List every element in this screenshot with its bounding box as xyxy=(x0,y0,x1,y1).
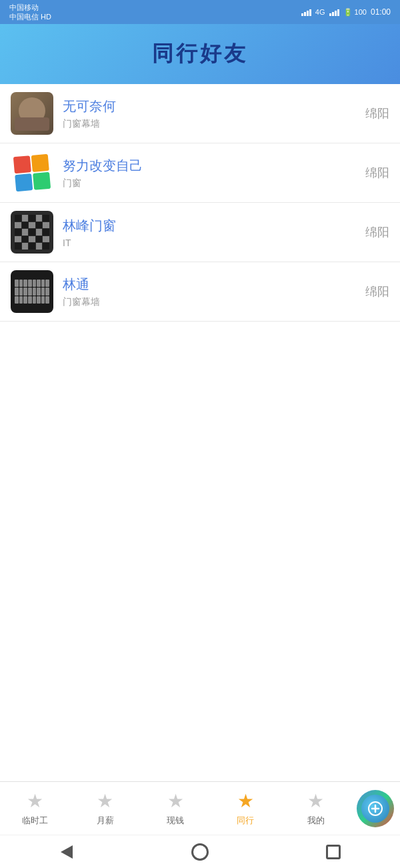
recents-icon xyxy=(326,845,341,859)
friend-name: 努力改变自己 xyxy=(63,157,365,175)
content-area: 无可奈何 门窗幕墙 绵阳 努力改变自己 门窗 绵阳 xyxy=(0,84,400,781)
friend-tag: 门窗幕墙 xyxy=(63,296,365,308)
friend-name: 无可奈何 xyxy=(63,97,365,115)
nav-item-xianjin[interactable]: ★ 现钱 xyxy=(141,785,211,832)
friend-location: 绵阳 xyxy=(365,165,389,181)
nav-label: 现钱 xyxy=(167,815,184,827)
page-header: 同行好友 xyxy=(0,24,400,84)
nav-item-tonghang[interactable]: ★ 同行 xyxy=(211,785,281,832)
grid-icon xyxy=(15,215,49,250)
nav-label: 月薪 xyxy=(97,815,114,827)
friend-tag: IT xyxy=(63,238,365,248)
avatar xyxy=(11,151,53,194)
star-icon: ★ xyxy=(27,790,43,812)
nav-label: 临时工 xyxy=(22,815,48,827)
friend-name: 林峰门窗 xyxy=(63,217,365,235)
list-item[interactable]: 努力改变自己 门窗 绵阳 xyxy=(0,143,400,203)
nav-item-wode[interactable]: ★ 我的 xyxy=(281,785,351,832)
friend-list: 无可奈何 门窗幕墙 绵阳 努力改变自己 门窗 绵阳 xyxy=(0,84,400,322)
nav-item-special[interactable] xyxy=(351,785,400,833)
rubik-icon xyxy=(13,154,51,191)
star-icon: ★ xyxy=(97,790,113,812)
status-right: 4G 🔋 100 01:00 xyxy=(301,7,391,17)
back-icon xyxy=(61,845,73,859)
friend-info: 林通 门窗幕墙 xyxy=(63,276,365,308)
home-button[interactable] xyxy=(190,842,210,862)
system-nav-bar xyxy=(0,835,400,868)
nav-label: 我的 xyxy=(307,815,325,827)
nav-item-linsigong[interactable]: ★ 临时工 xyxy=(0,785,70,832)
nav-label: 同行 xyxy=(237,815,254,827)
list-item[interactable]: 林峰门窗 IT 绵阳 xyxy=(0,203,400,262)
friend-info: 努力改变自己 门窗 xyxy=(63,157,365,189)
friend-name: 林通 xyxy=(63,276,365,294)
avatar xyxy=(11,270,53,313)
special-button[interactable] xyxy=(357,790,394,827)
special-button-inner xyxy=(361,795,389,823)
carrier-info: 中国移动 中国电信 HD xyxy=(9,3,51,22)
bottom-nav: ★ 临时工 ★ 月薪 ★ 现钱 ★ 同行 ★ 我的 xyxy=(0,781,400,835)
friend-tag: 门窗 xyxy=(63,177,365,189)
star-icon: ★ xyxy=(167,790,184,812)
friend-location: 绵阳 xyxy=(365,284,389,300)
page-title: 同行好友 xyxy=(152,39,248,69)
friend-info: 无可奈何 门窗幕墙 xyxy=(63,97,365,130)
avatar xyxy=(11,92,53,135)
time-display: 01:00 xyxy=(371,7,391,17)
carrier1-label: 中国移动 xyxy=(9,3,51,12)
avatar xyxy=(11,211,53,254)
battery-icon: 🔋 100 xyxy=(343,8,367,17)
keyboard-icon xyxy=(15,280,49,304)
back-button[interactable] xyxy=(57,842,77,862)
signal-icon xyxy=(301,8,311,16)
star-icon-active: ★ xyxy=(237,790,254,812)
home-icon xyxy=(191,843,209,861)
list-item[interactable]: 无可奈何 门窗幕墙 绵阳 xyxy=(0,84,400,143)
friend-tag: 门窗幕墙 xyxy=(63,118,365,130)
star-icon: ★ xyxy=(307,790,324,812)
plus-icon xyxy=(367,801,383,817)
friend-location: 绵阳 xyxy=(365,224,389,240)
list-item[interactable]: 林通 门窗幕墙 绵阳 xyxy=(0,262,400,322)
signal2-icon xyxy=(329,8,339,16)
friend-location: 绵阳 xyxy=(365,105,389,121)
network-type: 4G xyxy=(315,8,325,16)
recents-button[interactable] xyxy=(323,842,343,862)
nav-item-yuexin[interactable]: ★ 月薪 xyxy=(70,785,140,832)
status-bar: 中国移动 中国电信 HD 4G 🔋 100 01:00 xyxy=(0,0,400,24)
friend-info: 林峰门窗 IT xyxy=(63,217,365,248)
carrier2-label: 中国电信 HD xyxy=(9,12,51,21)
